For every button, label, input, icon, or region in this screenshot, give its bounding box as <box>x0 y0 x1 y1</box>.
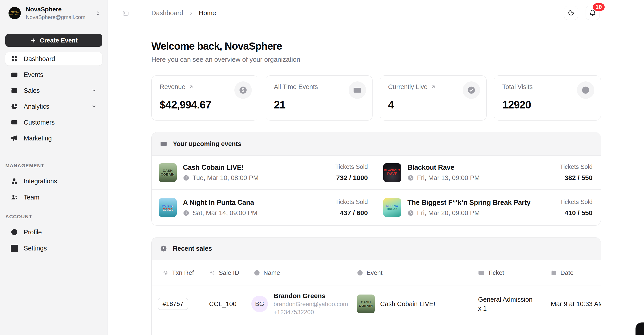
org-avatar: TEQUILA HOSPITALITY <box>8 7 21 19</box>
stat-value: 12920 <box>502 98 592 111</box>
sidebar-item-label: Integrations <box>24 178 57 185</box>
megaphone-icon <box>11 135 18 142</box>
chevron-down-icon <box>91 104 97 109</box>
breadcrumb-parent[interactable]: Dashboard <box>152 10 183 17</box>
org-logo-line2: HOSPITALITY <box>9 13 20 15</box>
ticket-quantity: x 1 <box>478 304 551 313</box>
dashboard-icon <box>11 55 18 62</box>
sidebar-item-marketing[interactable]: Marketing <box>5 132 102 145</box>
chevron-right-icon <box>188 10 194 16</box>
sidebar-item-label: Team <box>24 194 39 201</box>
user-circle-icon <box>11 228 18 236</box>
tickets-sold-count: 410 / 550 <box>560 209 592 217</box>
event-poster: BLACKOUT RAVE <box>383 163 401 182</box>
sidebar-item-label: Settings <box>24 245 47 252</box>
sidebar-item-label: Customers <box>24 119 54 126</box>
org-name: NovaSphere <box>26 6 86 13</box>
sale-event-name: Cash Cobain LIVE! <box>380 300 435 308</box>
poster-text: PUNTA <box>162 204 174 208</box>
wallet-icon <box>11 87 18 94</box>
gear-icon <box>11 245 18 252</box>
notification-badge: 10 <box>593 3 605 11</box>
check-badge-icon <box>463 82 480 99</box>
event-poster: CASH COBAIN <box>357 294 375 313</box>
sidebar-item-events[interactable]: Events <box>5 68 102 82</box>
sidebar-item-label: Marketing <box>24 135 52 142</box>
users-icon <box>11 194 18 201</box>
column-label: Txn Ref <box>172 269 194 276</box>
sidebar: TEQUILA HOSPITALITY NovaSphere NovaSpher… <box>0 0 108 335</box>
event-row-punta-cana[interactable]: PUNTA CANA A Night In Punta Cana Sat, Ma… <box>152 190 376 226</box>
buyer-phone: +12347532200 <box>274 309 348 316</box>
org-switcher[interactable]: TEQUILA HOSPITALITY NovaSphere NovaSpher… <box>0 0 108 26</box>
sidebar-item-sales[interactable]: Sales <box>5 84 102 97</box>
topbar-actions: 10 <box>564 6 600 20</box>
buyer-name: Brandon Greens <box>274 292 348 300</box>
page-content: Welcome back, NovaSphere Here you can se… <box>108 26 644 335</box>
stat-card-all-time-events[interactable]: All Time Events 21 <box>266 75 372 120</box>
sidebar-item-analytics[interactable]: Analytics <box>5 100 102 113</box>
events-grid: CASH COBAIN Cash Cobain LIVE! Tue, Mar 1… <box>152 156 600 226</box>
event-datetime: Sat, Mar 14, 09:00 PM <box>192 209 258 217</box>
column-header-sale-id: Sale ID <box>209 269 251 276</box>
chevron-down-icon <box>91 88 97 94</box>
event-row-cash-cobain[interactable]: CASH COBAIN Cash Cobain LIVE! Tue, Mar 1… <box>152 156 376 190</box>
topbar: Dashboard Home 10 <box>108 0 644 26</box>
id-card-icon <box>11 119 18 126</box>
notifications-button[interactable]: 10 <box>586 6 600 20</box>
tickets-sold-label: Tickets Sold <box>560 198 592 206</box>
column-label: Name <box>264 269 280 276</box>
plus-icon <box>30 37 37 44</box>
poster-text: COBAIN <box>161 173 175 176</box>
stat-label: Revenue <box>160 83 185 90</box>
tickets-sold-count: 382 / 550 <box>560 174 592 182</box>
column-label: Ticket <box>488 269 504 276</box>
recent-sales-header: Recent sales <box>152 238 600 260</box>
sales-table-row[interactable]: #18757 CCL_100 BG Brandon Greens brandon… <box>152 286 600 322</box>
event-row-spring-break[interactable]: SPRING BREAK The Biggest F**k’n Spring B… <box>376 190 600 226</box>
stat-label: Total Visits <box>502 83 533 90</box>
event-name: Cash Cobain LIVE! <box>183 164 259 172</box>
stat-card-currently-live[interactable]: Currently Live 4 <box>380 75 487 120</box>
org-logo-line1: TEQUILA <box>11 11 19 13</box>
sidebar-item-dashboard[interactable]: Dashboard <box>5 52 102 66</box>
event-poster: CASH COBAIN <box>159 163 177 182</box>
page-subtitle: Here you can see an overview of your org… <box>152 56 601 63</box>
stat-label: All Time Events <box>274 83 318 90</box>
column-header-name: Name <box>251 269 357 276</box>
breadcrumb-current: Home <box>199 10 216 17</box>
stat-card-total-visits[interactable]: Total Visits 12920 <box>494 75 601 120</box>
column-header-date: Date <box>551 269 600 276</box>
stat-card-revenue[interactable]: Revenue $42,994.67 <box>152 75 258 120</box>
event-row-blackout-rave[interactable]: BLACKOUT RAVE Blackout Rave Fri, Mar 13,… <box>376 156 600 190</box>
sidebar-nav: Dashboard Events Sales Analytics Custome… <box>5 52 102 145</box>
collapse-sidebar-button[interactable] <box>121 8 130 18</box>
arrow-up-right-icon <box>430 84 436 90</box>
event-poster: PUNTA CANA <box>159 198 177 217</box>
sidebar-item-settings[interactable]: Settings <box>5 242 102 255</box>
clock-icon <box>183 210 190 216</box>
chevrons-up-down-icon[interactable] <box>95 10 101 16</box>
sidebar-item-profile[interactable]: Profile <box>5 226 102 239</box>
recent-sales-panel: Recent sales Txn Ref Sale ID Name Even <box>152 237 601 335</box>
clock-icon <box>408 210 414 216</box>
dark-mode-button[interactable] <box>564 6 578 20</box>
moon-icon <box>568 10 574 16</box>
txn-ref-pill: #18757 <box>158 298 188 310</box>
sidebar-item-team[interactable]: Team <box>5 190 102 204</box>
tickets-sold-count: 732 / 1000 <box>335 174 368 182</box>
create-event-button[interactable]: Create Event <box>5 34 102 47</box>
sidebar-nav-account: Profile Settings <box>5 226 102 255</box>
event-datetime: Tue, Mar 10, 08:00 PM <box>192 174 259 182</box>
stats-row: Revenue $42,994.67 All Time Events 21 Cu… <box>152 75 601 120</box>
create-event-label: Create Event <box>40 37 78 44</box>
poster-text: RAVE <box>387 172 397 176</box>
stat-label: Currently Live <box>388 83 428 90</box>
sidebar-item-customers[interactable]: Customers <box>5 116 102 129</box>
globe-icon <box>357 270 363 276</box>
clock-icon <box>408 175 414 181</box>
sidebar-item-integrations[interactable]: Integrations <box>5 174 102 188</box>
tickets-sold-label: Tickets Sold <box>560 164 592 170</box>
poster-text: CASH <box>163 169 173 173</box>
fingerprint-icon <box>162 270 168 276</box>
